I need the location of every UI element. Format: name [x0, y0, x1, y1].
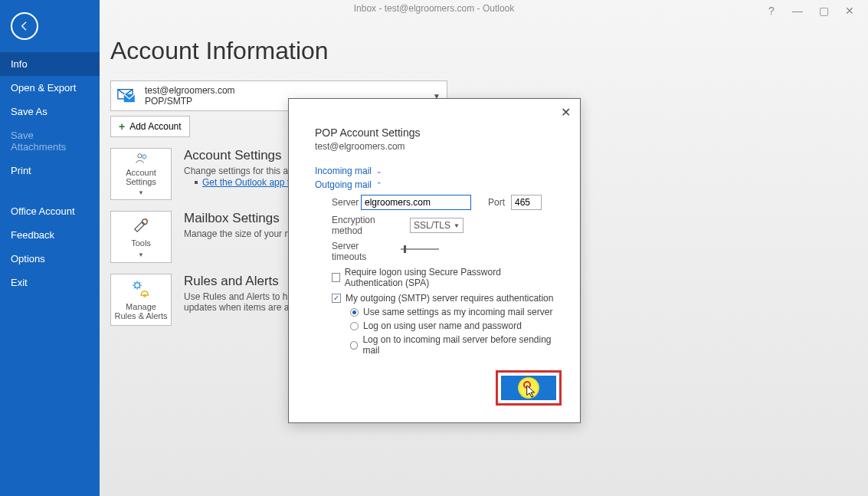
timeouts-label: Server timeouts: [332, 241, 391, 262]
dialog-title: POP Account Settings: [315, 126, 557, 139]
chevron-down-icon: ▼: [454, 222, 460, 229]
radio-same-settings[interactable]: [350, 308, 359, 317]
bullet-icon: [195, 181, 198, 184]
sidebar-item-office-account[interactable]: Office Account: [0, 199, 100, 223]
highlighted-next-area: [496, 370, 562, 406]
user-gear-icon: [131, 152, 151, 165]
smtp-auth-checkbox[interactable]: [332, 294, 341, 303]
rules-alerts-tile[interactable]: Manage Rules & Alerts: [110, 274, 172, 326]
encryption-value: SSL/TLS: [414, 220, 450, 231]
incoming-mail-section-toggle[interactable]: Incoming mail ⌄: [315, 166, 557, 176]
svg-point-5: [135, 283, 140, 288]
radio-same-label: Use same settings as my incoming mail se…: [363, 307, 552, 317]
chevron-down-icon: ▼: [138, 251, 144, 258]
chevron-up-icon: ⌃: [376, 181, 382, 189]
account-email: test@elgroomers.com: [145, 85, 235, 96]
tools-tile[interactable]: Tools ▼: [110, 211, 172, 263]
radio-logon[interactable]: [350, 322, 359, 330]
chevron-down-icon: ▼: [138, 189, 144, 196]
sidebar-item-print[interactable]: Print: [0, 159, 100, 182]
sidebar-item-info[interactable]: Info: [0, 52, 100, 76]
sidebar-item-feedback[interactable]: Feedback: [0, 223, 100, 247]
chevron-down-icon: ⌄: [376, 167, 382, 175]
tile-label: Account Settings: [114, 168, 168, 186]
encryption-label: Encryption method: [332, 215, 404, 236]
pop-account-settings-dialog: ✕ POP Account Settings test@elgroomers.c…: [288, 98, 581, 423]
server-input[interactable]: [361, 195, 471, 210]
sidebar-item-save-as[interactable]: Save As: [0, 100, 100, 123]
spa-label: Require logon using Secure Password Auth…: [345, 267, 557, 288]
plus-icon: +: [119, 120, 125, 133]
dialog-subtitle: test@elgroomers.com: [315, 141, 557, 152]
timeouts-slider[interactable]: [401, 248, 439, 250]
smtp-auth-label: My outgoing (SMTP) server requires authe…: [346, 293, 553, 304]
encryption-select[interactable]: SSL/TLS ▼: [410, 218, 463, 233]
tools-icon: [131, 215, 151, 235]
add-account-label: Add Account: [129, 121, 181, 132]
svg-point-3: [142, 155, 146, 158]
port-input[interactable]: [511, 195, 542, 210]
account-type: POP/SMTP: [145, 96, 235, 107]
sidebar-item-exit[interactable]: Exit: [0, 271, 100, 294]
page-title: Account Information: [110, 37, 868, 65]
svg-point-2: [138, 154, 142, 158]
sidebar-item-save-attachments: Save Attachments: [0, 123, 100, 159]
radio-logon-label: Log on using user name and password: [363, 320, 522, 331]
radio-incoming-first-label: Log on to incoming mail server before se…: [362, 334, 557, 356]
outgoing-mail-section-toggle[interactable]: Outgoing mail ⌃: [315, 179, 557, 190]
tile-label: Tools: [131, 238, 151, 248]
port-label: Port: [488, 197, 505, 208]
cursor-icon: [526, 385, 538, 399]
sidebar-item-options[interactable]: Options: [0, 247, 100, 271]
account-settings-tile[interactable]: Account Settings ▼: [110, 148, 172, 200]
svg-point-6: [144, 295, 146, 297]
tile-label: Manage Rules & Alerts: [114, 302, 168, 320]
incoming-mail-label: Incoming mail: [315, 166, 372, 176]
dialog-close-button[interactable]: ✕: [561, 105, 571, 120]
outgoing-mail-label: Outgoing mail: [315, 179, 372, 190]
sidebar-item-open-export[interactable]: Open & Export: [0, 76, 100, 100]
back-button[interactable]: [11, 12, 38, 40]
mail-account-icon: [117, 87, 139, 104]
add-account-button[interactable]: + Add Account: [110, 116, 190, 137]
arrow-left-icon: [18, 20, 31, 32]
window-title: Inbox - test@elgroomers.com - Outlook: [0, 0, 868, 15]
backstage-sidebar: Info Open & Export Save As Save Attachme…: [0, 0, 100, 496]
rules-bell-icon: [131, 279, 151, 299]
next-button[interactable]: [501, 376, 556, 400]
server-label: Server: [332, 197, 355, 208]
radio-incoming-first[interactable]: [350, 341, 358, 350]
spa-checkbox[interactable]: [332, 273, 340, 282]
